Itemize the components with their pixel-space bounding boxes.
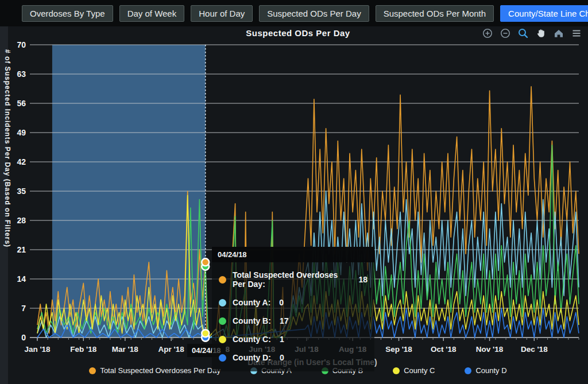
- tooltip-row-label: County C:: [233, 335, 271, 344]
- chart-panel: Suspected ODs Per Day 071421283542495663…: [8, 26, 588, 384]
- legend-label: County C: [404, 366, 435, 375]
- y-tick-label: 14: [17, 274, 26, 284]
- series-color-dot: [219, 354, 226, 362]
- y-axis-title: # of Suspected Incidents Per Day (Based …: [3, 49, 11, 325]
- tooltip-row-county-d: County D:0: [212, 348, 374, 367]
- legend-color-dot: [393, 367, 400, 374]
- series-color-dot: [219, 299, 226, 307]
- y-tick-label: 63: [17, 69, 26, 79]
- tooltip-row-value: 1: [280, 335, 284, 344]
- series-color-dot: [219, 336, 226, 343]
- y-tick-label: 70: [17, 40, 26, 49]
- tooltip-row-county-c: County C:1: [212, 330, 374, 348]
- tooltip-row-county-a: County A:0: [212, 293, 374, 312]
- tooltip-row-label: County D:: [233, 353, 271, 362]
- legend-label: County D: [475, 366, 506, 375]
- legend-label: Total Suspected Overdoses Per Day: [100, 366, 220, 375]
- x-tick-label: Mar '18: [112, 345, 138, 354]
- tooltip-row-value: 0: [279, 298, 284, 307]
- x-tick-label: Apr '18: [158, 345, 185, 354]
- series-color-dot: [219, 317, 226, 325]
- tooltip-row-value: 17: [280, 316, 289, 325]
- tooltip-row-total-suspected-overdoses-per-day: Total Suspected Overdoses Per Day:18: [212, 266, 374, 293]
- tooltip-row-county-b: County B:17: [212, 312, 374, 330]
- hover-marker-total-suspected-overdoses-per-day: [202, 258, 209, 266]
- legend-color-dot: [465, 367, 471, 374]
- legend-color-dot: [89, 367, 96, 374]
- hover-marker-county-c: [202, 329, 209, 337]
- tooltip-row-value: 0: [280, 353, 284, 362]
- chart-tooltip: 04/24/18 Total Suspected Overdoses Per D…: [212, 247, 374, 371]
- legend-item-county-c[interactable]: County C: [393, 366, 435, 375]
- y-tick-label: 0: [21, 333, 26, 342]
- y-tick-label: 35: [17, 187, 26, 196]
- legend-item-county-d[interactable]: County D: [465, 366, 506, 375]
- y-tick-label: 56: [17, 99, 26, 108]
- legend-item-total-suspected-overdoses-per-day[interactable]: Total Suspected Overdoses Per Day: [89, 366, 220, 375]
- x-tick-label: Dec '18: [521, 345, 548, 354]
- series-color-dot: [219, 276, 226, 284]
- dashboard: Overdoses By TypeDay of WeekHour of DayS…: [0, 0, 588, 384]
- x-tick-label: Feb '18: [70, 345, 96, 354]
- tooltip-row-label: Total Suspected Overdoses Per Day:: [233, 270, 350, 289]
- x-tick-label: Oct '18: [431, 345, 457, 354]
- tooltip-date: 04/24/18: [212, 247, 374, 262]
- tooltip-row-label: County A:: [233, 298, 270, 307]
- x-tick-label: Nov '18: [476, 345, 504, 354]
- tooltip-row-label: County B:: [233, 316, 271, 325]
- y-tick-label: 21: [17, 245, 26, 254]
- y-tick-label: 28: [17, 216, 26, 225]
- tooltip-body: Total Suspected Overdoses Per Day:18Coun…: [212, 262, 374, 371]
- y-tick-label: 7: [21, 304, 26, 313]
- x-tick-label: Sep '18: [385, 345, 412, 354]
- y-tick-label: 42: [17, 157, 26, 166]
- tooltip-row-value: 18: [358, 275, 368, 284]
- x-tick-label: Jan '18: [24, 345, 51, 354]
- y-tick-label: 49: [17, 128, 26, 137]
